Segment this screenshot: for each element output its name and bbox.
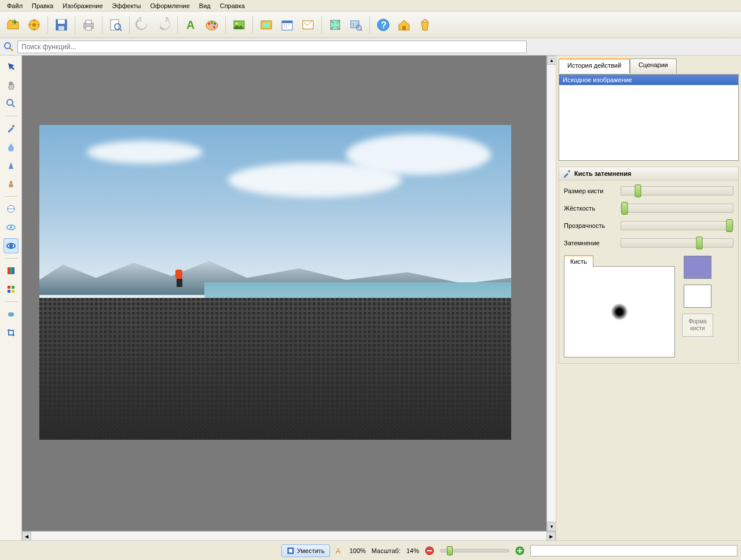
brush-panel-header: Кисть затемнения bbox=[559, 167, 739, 180]
open-button[interactable] bbox=[3, 15, 23, 35]
svg-text:1:1: 1:1 bbox=[352, 22, 359, 27]
svg-rect-7 bbox=[86, 27, 91, 30]
insert-image-button[interactable] bbox=[229, 15, 249, 35]
brush-preview-tab[interactable]: Кисть bbox=[564, 255, 593, 267]
search-icon bbox=[3, 42, 14, 52]
opacity-slider[interactable] bbox=[621, 221, 733, 230]
svg-rect-56 bbox=[519, 548, 520, 553]
color-swatch-primary[interactable] bbox=[684, 256, 711, 279]
palette-button[interactable] bbox=[202, 15, 222, 35]
sponge-tool[interactable] bbox=[3, 238, 19, 253]
svg-rect-19 bbox=[263, 23, 270, 27]
svg-rect-42 bbox=[12, 267, 14, 274]
print-button[interactable] bbox=[79, 15, 98, 35]
smudge-tool[interactable] bbox=[3, 176, 19, 191]
darken-label: Затемнение bbox=[564, 240, 616, 246]
text-size-icon: A bbox=[336, 547, 344, 555]
menu-decor[interactable]: Оформление bbox=[146, 1, 195, 10]
svg-rect-41 bbox=[10, 267, 12, 274]
svg-point-1 bbox=[32, 23, 36, 27]
zoom-slider[interactable] bbox=[440, 549, 509, 552]
scroll-up-arrow[interactable]: ▲ bbox=[547, 56, 556, 65]
shape-tool[interactable] bbox=[3, 307, 19, 322]
blur-tool[interactable] bbox=[3, 139, 19, 154]
dodge-tool[interactable] bbox=[3, 201, 19, 216]
main-toolbar: A 1:1 ? bbox=[0, 12, 741, 38]
tab-scripts[interactable]: Сценарии bbox=[630, 58, 677, 73]
eyedropper-tool[interactable] bbox=[3, 121, 19, 136]
svg-point-48 bbox=[568, 170, 570, 172]
fit-button[interactable]: Уместить bbox=[281, 544, 330, 557]
svg-point-15 bbox=[213, 26, 215, 28]
scroll-right-arrow[interactable]: ▶ bbox=[546, 532, 556, 540]
svg-rect-44 bbox=[12, 286, 14, 289]
menu-bar: Файл Правка Изображение Эффекты Оформлен… bbox=[0, 0, 741, 12]
hardness-slider[interactable] bbox=[621, 204, 733, 213]
sharpen-tool[interactable] bbox=[3, 158, 19, 173]
zoom-out-icon[interactable] bbox=[425, 546, 434, 555]
svg-text:A: A bbox=[186, 19, 195, 31]
menu-edit[interactable]: Правка bbox=[27, 1, 58, 10]
main-area: ▲ ▼ ◀ ▶ История действий Сценарии Исходн… bbox=[0, 56, 741, 540]
svg-rect-6 bbox=[86, 20, 91, 24]
pointer-tool[interactable] bbox=[3, 59, 19, 74]
redo-button[interactable] bbox=[154, 15, 174, 35]
menu-help[interactable]: Справка bbox=[215, 1, 250, 10]
svg-rect-4 bbox=[58, 26, 64, 30]
brush-dot-preview bbox=[611, 303, 628, 320]
postcard-button[interactable] bbox=[298, 15, 318, 35]
svg-point-14 bbox=[214, 23, 216, 25]
menu-image[interactable]: Изображение bbox=[58, 1, 107, 10]
vertical-scrollbar[interactable]: ▲ ▼ bbox=[546, 56, 556, 531]
home-button[interactable] bbox=[394, 15, 414, 35]
menu-file[interactable]: Файл bbox=[2, 1, 27, 10]
batch-button[interactable] bbox=[24, 15, 44, 35]
scroll-left-arrow[interactable]: ◀ bbox=[22, 532, 31, 540]
help-button[interactable]: ? bbox=[373, 15, 393, 35]
brush-shape-button[interactable]: Форма кисти bbox=[682, 314, 713, 337]
levels-tool[interactable] bbox=[3, 263, 19, 278]
tab-history[interactable]: История действий bbox=[559, 58, 630, 73]
color-swatch-secondary[interactable] bbox=[684, 285, 711, 308]
actual-size-button[interactable]: 1:1 bbox=[346, 15, 366, 35]
svg-point-13 bbox=[211, 21, 213, 24]
svg-point-39 bbox=[9, 244, 13, 248]
channels-tool[interactable] bbox=[3, 282, 19, 297]
brush-size-label: Размер кисти bbox=[564, 187, 616, 194]
hand-tool[interactable] bbox=[3, 78, 19, 93]
calendar-button[interactable] bbox=[277, 15, 297, 35]
undo-button[interactable] bbox=[133, 15, 153, 35]
status-input[interactable] bbox=[530, 545, 738, 557]
right-tabs: История действий Сценарии bbox=[559, 58, 739, 73]
menu-effects[interactable]: Эффекты bbox=[108, 1, 146, 10]
frame-button[interactable] bbox=[256, 15, 276, 35]
hardness-label: Жёсткость bbox=[564, 205, 616, 212]
zoom-in-icon[interactable] bbox=[515, 546, 524, 555]
scroll-down-arrow[interactable]: ▼ bbox=[547, 522, 556, 531]
svg-text:?: ? bbox=[381, 20, 387, 30]
fit-screen-button[interactable] bbox=[325, 15, 345, 35]
menu-view[interactable]: Вид bbox=[195, 1, 215, 10]
horizontal-scrollbar[interactable]: ◀ ▶ bbox=[22, 531, 556, 540]
image-preview bbox=[39, 125, 511, 440]
text-button[interactable]: A bbox=[181, 15, 201, 35]
svg-point-31 bbox=[7, 100, 13, 105]
search-input[interactable] bbox=[17, 40, 527, 53]
crop-tool[interactable] bbox=[3, 325, 19, 340]
svg-rect-43 bbox=[8, 286, 10, 289]
canvas-area[interactable]: ▲ ▼ ◀ ▶ bbox=[22, 56, 556, 540]
svg-text:A: A bbox=[336, 547, 340, 555]
darken-slider[interactable] bbox=[621, 238, 733, 248]
zoom-tool[interactable] bbox=[3, 96, 19, 111]
save-button[interactable] bbox=[52, 15, 71, 35]
brush-preview-box[interactable]: Кисть bbox=[564, 266, 675, 358]
history-item[interactable]: Исходное изображение bbox=[559, 75, 738, 85]
brush-size-slider[interactable] bbox=[621, 186, 733, 196]
status-bar: Уместить A 100% Масштаб: 14% bbox=[0, 540, 741, 560]
preview-button[interactable] bbox=[106, 15, 126, 35]
burn-tool[interactable] bbox=[3, 220, 19, 235]
right-panel: История действий Сценарии Исходное изобр… bbox=[556, 56, 741, 540]
history-list[interactable]: Исходное изображение bbox=[559, 74, 739, 161]
shop-button[interactable] bbox=[415, 15, 435, 35]
scale-value: 14% bbox=[406, 547, 419, 554]
